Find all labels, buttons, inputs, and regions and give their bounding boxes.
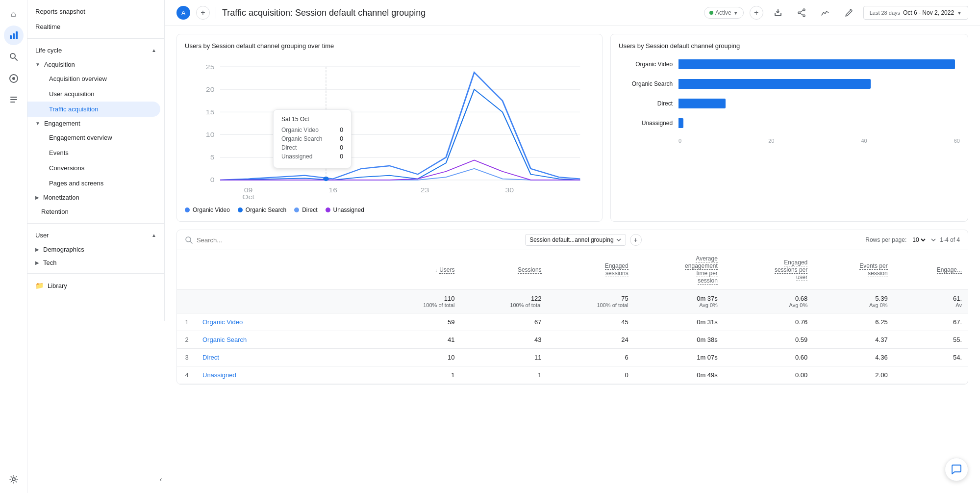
demographics-caret-icon: ▶ — [35, 247, 39, 252]
sidebar-item-user-acquisition[interactable]: User acquisition — [27, 86, 160, 102]
add-comparison-button[interactable]: + — [750, 6, 763, 20]
user-section-header[interactable]: User ▲ — [27, 228, 164, 243]
svg-line-15 — [800, 13, 803, 15]
sidebar-item-acquisition-overview[interactable]: Acquisition overview — [27, 71, 160, 86]
reports-snapshot-label: Reports snapshot — [35, 8, 85, 15]
sidebar-item-conversions[interactable]: Conversions — [27, 160, 160, 176]
legend-label-organic-search: Organic Search — [246, 207, 286, 213]
sidebar-divider-2 — [27, 223, 164, 224]
th-users-sort-icon: ↓ — [435, 267, 437, 273]
tooltip-value-unassigned: 0 — [340, 153, 343, 160]
row4-name[interactable]: Unassigned — [197, 366, 374, 384]
th-events-per-session[interactable]: Events per session — [813, 250, 893, 290]
row2-events-per-session: 4.37 — [813, 331, 893, 349]
search-input[interactable] — [197, 236, 295, 244]
sidebar-item-pages-and-screens[interactable]: Pages and screens — [27, 176, 160, 191]
sidebar-item-reports-snapshot[interactable]: Reports snapshot — [27, 4, 164, 19]
acquisition-group-header[interactable]: ▼ Acquisition — [27, 58, 164, 71]
tooltip-label-unassigned: Unassigned — [281, 153, 312, 160]
conversions-label: Conversions — [49, 164, 84, 172]
row2-engaged-per-user: 0.59 — [724, 331, 813, 349]
content-area: Users by Session default channel groupin… — [165, 26, 980, 392]
advertising-nav-icon[interactable] — [4, 69, 24, 88]
svg-rect-9 — [10, 102, 15, 103]
row2-avg-engagement: 0m 38s — [634, 331, 724, 349]
reports-nav-icon[interactable] — [4, 90, 24, 110]
analytics-nav-icon[interactable] — [4, 26, 24, 45]
bar-fill-unassigned — [678, 118, 683, 128]
row3-sessions: 11 — [460, 349, 547, 366]
add-property-button[interactable]: + — [196, 6, 210, 20]
th-sessions[interactable]: Sessions — [460, 250, 547, 290]
sidebar-item-events[interactable]: Events — [27, 145, 160, 160]
total-sessions: 122 100% of total — [460, 290, 547, 313]
status-chip[interactable]: Active ▼ — [704, 7, 744, 19]
table-header-row: ↓ Users Sessions Engaged sessions — [177, 250, 968, 290]
total-engaged: 75 100% of total — [548, 290, 634, 313]
svg-rect-8 — [10, 99, 17, 100]
column-filter-chip[interactable]: Session default...annel grouping — [525, 234, 626, 246]
tooltip-label-organic-search: Organic Search — [281, 135, 322, 142]
tech-group-label: Tech — [43, 259, 56, 266]
tech-group-header[interactable]: ▶ Tech — [27, 256, 164, 269]
svg-point-6 — [12, 77, 15, 80]
sidebar: Reports snapshot Realtime Life cycle ▲ ▼… — [27, 0, 165, 321]
th-engaged-sessions[interactable]: Engaged sessions — [548, 250, 634, 290]
rows-per-page-select[interactable]: 10 25 50 — [910, 236, 927, 244]
th-avg-engagement[interactable]: Average engagement time per session — [634, 250, 724, 290]
search-insights-nav-icon[interactable] — [4, 47, 24, 67]
row2-engagement: 55. — [894, 331, 968, 349]
row4-avg-engagement: 0m 49s — [634, 366, 724, 384]
tech-caret-icon: ▶ — [35, 260, 39, 265]
tooltip-value-direct: 0 — [340, 144, 343, 151]
row4-sessions: 1 — [460, 366, 547, 384]
share-button[interactable] — [793, 4, 810, 22]
table-total-row: 110 100% of total 122 100% of total 75 1… — [177, 290, 968, 313]
svg-point-34 — [323, 177, 329, 181]
home-nav-icon[interactable]: ⌂ — [4, 4, 24, 24]
demographics-group-header[interactable]: ▶ Demographics — [27, 243, 164, 256]
column-filter-label: Session default...annel grouping — [529, 236, 613, 243]
settings-nav-icon[interactable] — [4, 469, 24, 489]
sidebar-item-engagement-overview[interactable]: Engagement overview — [27, 130, 160, 145]
row1-avg-engagement: 0m 31s — [634, 313, 724, 331]
monetization-group-header[interactable]: ▶ Monetization — [27, 191, 164, 204]
th-users[interactable]: ↓ Users — [374, 250, 460, 290]
tooltip-date: Sat 15 Oct — [281, 116, 343, 123]
row3-name[interactable]: Direct — [197, 349, 374, 366]
add-column-button[interactable]: + — [630, 234, 642, 246]
bar-track-organic-search — [678, 79, 960, 89]
export-button[interactable] — [769, 4, 787, 22]
search-icon — [185, 236, 193, 244]
svg-point-12 — [803, 15, 805, 17]
charts-row: Users by Session default channel groupin… — [176, 34, 968, 222]
row1-engagement: 67. — [894, 313, 968, 331]
engagement-group-header[interactable]: ▼ Engagement — [27, 117, 164, 130]
row1-events-per-session: 6.25 — [813, 313, 893, 331]
th-engaged-per-user[interactable]: Engaged sessions per user — [724, 250, 813, 290]
table-toolbar: Session default...annel grouping + Rows … — [177, 230, 968, 250]
sidebar-item-retention[interactable]: Retention — [27, 204, 160, 219]
row1-sessions: 67 — [460, 313, 547, 331]
bar-fill-direct — [678, 99, 726, 108]
top-bar: A + Traffic acquisition: Session default… — [165, 0, 980, 26]
legend-dot-direct — [294, 208, 299, 212]
th-engagement[interactable]: Engage... — [894, 250, 968, 290]
edit-button[interactable] — [840, 4, 857, 22]
row4-users: 1 — [374, 366, 460, 384]
row1-name[interactable]: Organic Video — [197, 313, 374, 331]
sidebar-item-traffic-acquisition[interactable]: Traffic acquisition — [27, 102, 160, 117]
chat-fab-button[interactable] — [945, 458, 968, 481]
legend-item-direct: Direct — [294, 207, 317, 213]
date-range-picker[interactable]: Last 28 days Oct 6 - Nov 2, 2022 ▼ — [863, 6, 968, 20]
sidebar-item-realtime[interactable]: Realtime — [27, 19, 164, 34]
insights-button[interactable] — [816, 4, 834, 22]
row2-name[interactable]: Organic Search — [197, 331, 374, 349]
lifecycle-section-header[interactable]: Life cycle ▲ — [27, 43, 164, 58]
pagination-info: 1-4 of 4 — [940, 236, 960, 243]
bar-track-unassigned — [678, 118, 960, 128]
bar-row-direct: Direct — [619, 99, 960, 108]
sidebar-item-library[interactable]: 📁 Library — [27, 278, 164, 293]
sidebar-collapse-button[interactable]: ‹ — [155, 473, 167, 485]
row4-engagement — [894, 366, 968, 384]
